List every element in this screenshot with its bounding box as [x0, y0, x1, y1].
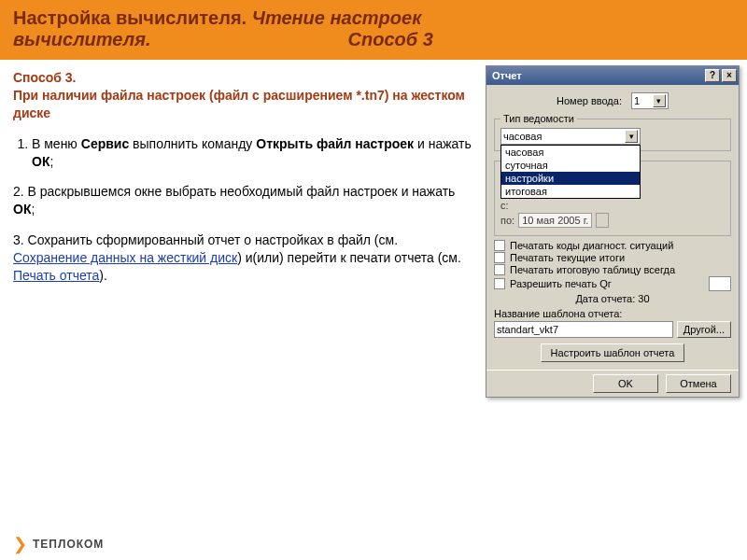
chevron-down-icon: ▾	[625, 130, 638, 143]
report-type-dropdown[interactable]: часовая суточная настройки итоговая	[500, 145, 641, 199]
link-print-report[interactable]: Печать отчета	[13, 268, 99, 283]
banner-line1b: Чтение настроек	[252, 7, 422, 28]
step-3: 3. Сохранить сформированный отчет о наст…	[13, 231, 472, 285]
title-banner: Настройка вычислителя. Чтение настроек в…	[0, 0, 747, 60]
ok-button[interactable]: OK	[593, 374, 658, 393]
footer-logo: ❯ ТЕПЛОКОМ	[13, 534, 104, 554]
report-type-combo[interactable]: часовая ▾	[500, 128, 641, 145]
chk-diag-codes[interactable]: Печатать коды диагност. ситуаций	[494, 240, 731, 251]
template-name-field[interactable]: standart_vkt7	[494, 321, 673, 338]
checkbox-icon	[494, 240, 505, 251]
help-button[interactable]: ?	[705, 69, 720, 82]
brand-name: ТЕПЛОКОМ	[33, 538, 104, 551]
option-final[interactable]: итоговая	[501, 185, 640, 198]
banner-line2a: вычислителя.	[13, 29, 150, 49]
banner-line1a: Настройка вычислителя.	[13, 7, 252, 28]
date-to-row: по: 10 мая 2005 г.	[500, 213, 725, 228]
chk-current-totals[interactable]: Печатать текущие итоги	[494, 252, 731, 263]
dialog-title: Отчет	[492, 70, 522, 81]
date-from-row: с:	[500, 200, 725, 211]
report-date-label: Дата отчета: 30	[575, 293, 649, 304]
other-template-button[interactable]: Другой...	[677, 321, 731, 338]
cancel-button[interactable]: Отмена	[666, 374, 731, 393]
date-spinner[interactable]	[596, 213, 609, 228]
subtitle-1: Способ 3.	[13, 70, 76, 85]
instructions: Способ 3. При наличии файла настроек (фа…	[0, 60, 486, 298]
link-save-to-disk[interactable]: Сохранение данных на жесткий диск	[13, 250, 237, 265]
template-label: Название шаблона отчета:	[494, 308, 731, 319]
group-report-type: Тип ведомости часовая ▾ часовая суточная…	[494, 113, 731, 151]
chevron-down-icon: ▾	[653, 94, 666, 107]
option-daily[interactable]: суточная	[501, 159, 640, 172]
qg-value-field[interactable]	[709, 276, 731, 291]
date-to-field[interactable]: 10 мая 2005 г.	[518, 213, 592, 228]
subtitle-2: При наличии файла настроек (файл с расши…	[13, 88, 465, 120]
checkbox-icon	[494, 252, 505, 263]
close-button[interactable]: ×	[722, 69, 737, 82]
option-hourly[interactable]: часовая	[501, 146, 640, 159]
chk-final-table[interactable]: Печатать итоговую таблицу всегда	[494, 264, 731, 275]
chk-allow-qg[interactable]: Разрешить печать Qг	[494, 276, 731, 291]
configure-template-button[interactable]: Настроить шаблон отчета	[541, 343, 685, 362]
step-1: В меню Сервис выполнить команду Открыть …	[32, 135, 472, 171]
step-2: 2. В раскрывшемся окне выбрать необходим…	[13, 183, 472, 218]
checkbox-icon	[494, 264, 505, 275]
checkbox-icon	[494, 278, 505, 289]
input-number-combo[interactable]: 1 ▾	[631, 92, 669, 109]
input-number-label: Номер ввода:	[557, 95, 622, 106]
report-dialog: Отчет ? × Номер ввода: 1 ▾ Тип ведомости…	[486, 65, 740, 398]
flame-icon: ❯	[13, 534, 27, 554]
option-settings[interactable]: настройки	[501, 172, 640, 185]
dialog-titlebar[interactable]: Отчет ? ×	[486, 66, 739, 85]
banner-line2b: Способ 3	[348, 29, 433, 49]
group-type-legend: Тип ведомости	[500, 113, 577, 124]
